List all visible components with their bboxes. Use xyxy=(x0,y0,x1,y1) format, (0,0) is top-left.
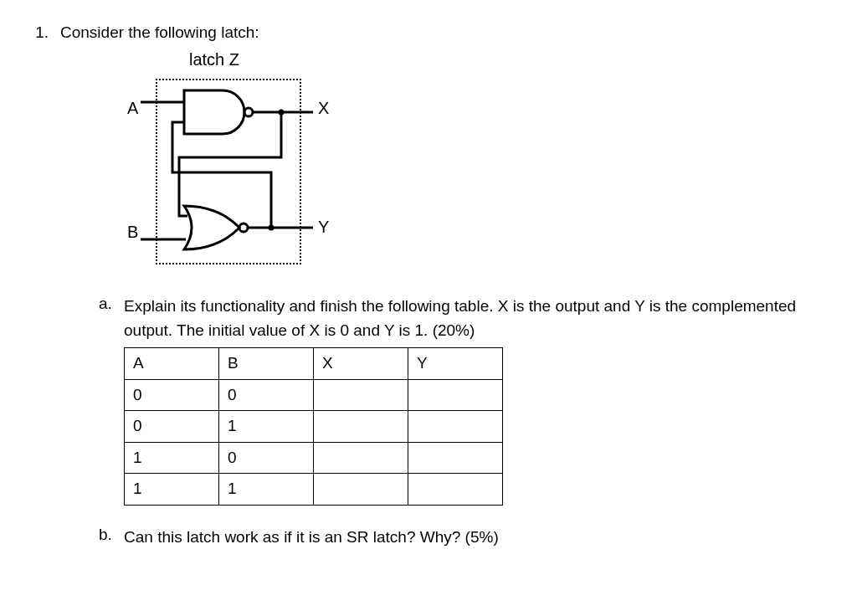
cell: 0 xyxy=(219,442,314,474)
cell xyxy=(314,474,408,506)
question-prompt: Consider the following latch: xyxy=(60,23,837,42)
svg-point-0 xyxy=(244,108,253,116)
cell xyxy=(314,442,408,474)
subpart-a-body: Explain its functionality and finish the… xyxy=(124,295,837,506)
cell: 1 xyxy=(125,442,219,474)
subpart-b: b. Can this latch work as if it is an SR… xyxy=(99,526,837,550)
subparts: a. Explain its functionality and finish … xyxy=(99,295,837,549)
cell xyxy=(408,474,503,506)
cell: 1 xyxy=(219,474,314,506)
th-x: X xyxy=(314,348,408,380)
nand-gate-top xyxy=(184,90,253,134)
nor-gate-bottom xyxy=(184,206,248,249)
subpart-b-label: b. xyxy=(99,526,124,544)
th-a: A xyxy=(125,348,219,380)
subpart-b-text: Can this latch work as if it is an SR la… xyxy=(124,528,499,546)
cell xyxy=(408,442,503,474)
question-body: Consider the following latch: latch Z A … xyxy=(60,23,837,569)
table-row: 0 0 xyxy=(125,379,503,411)
cell: 1 xyxy=(219,411,314,443)
cell: 0 xyxy=(219,379,314,411)
svg-point-1 xyxy=(239,223,248,232)
circuit-svg xyxy=(139,74,318,268)
cell xyxy=(408,411,503,443)
subpart-a-text: Explain its functionality and finish the… xyxy=(124,297,796,339)
question-1: 1. Consider the following latch: latch Z… xyxy=(20,23,837,569)
cell xyxy=(314,411,408,443)
truth-table: A B X Y 0 0 0 1 xyxy=(124,347,503,506)
label-output-y: Y xyxy=(318,218,329,237)
table-row: 1 1 xyxy=(125,474,503,506)
question-number: 1. xyxy=(20,23,60,42)
label-input-b: B xyxy=(127,223,138,242)
circuit-diagram: latch Z A B X Y xyxy=(100,50,385,268)
th-y: Y xyxy=(408,348,503,380)
cell xyxy=(408,379,503,411)
label-output-x: X xyxy=(318,99,329,118)
subpart-b-body: Can this latch work as if it is an SR la… xyxy=(124,526,837,550)
table-row: A B X Y xyxy=(125,348,503,380)
circuit-title: latch Z xyxy=(189,50,239,69)
subpart-a: a. Explain its functionality and finish … xyxy=(99,295,837,506)
wire-feedback-x-to-bottom xyxy=(179,110,285,217)
cell: 0 xyxy=(125,411,219,443)
th-b: B xyxy=(219,348,314,380)
label-input-a: A xyxy=(127,99,138,118)
subpart-a-label: a. xyxy=(99,295,124,313)
cell xyxy=(314,379,408,411)
table-row: 0 1 xyxy=(125,411,503,443)
cell: 0 xyxy=(125,379,219,411)
cell: 1 xyxy=(125,474,219,506)
table-row: 1 0 xyxy=(125,442,503,474)
